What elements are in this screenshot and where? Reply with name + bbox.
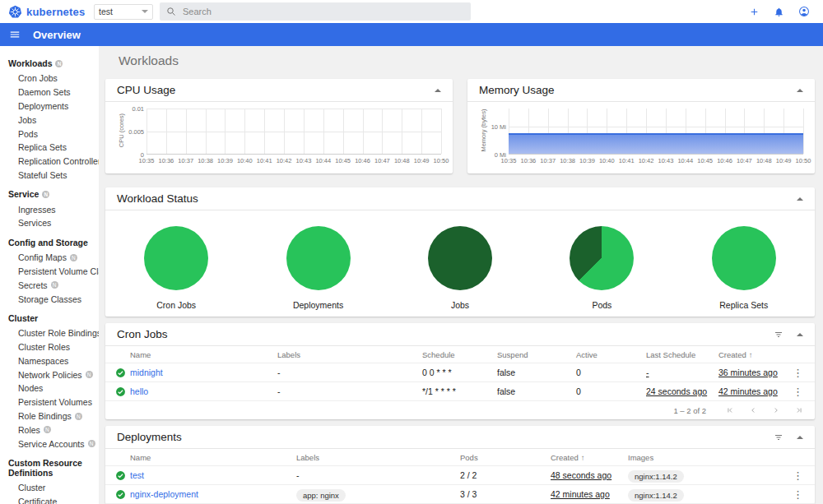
sidebar-item-secrets[interactable]: SecretsN bbox=[0, 278, 99, 292]
plot-area bbox=[146, 109, 441, 155]
account-button[interactable] bbox=[797, 4, 811, 19]
last-page-button[interactable] bbox=[795, 406, 803, 414]
deployments-title: Deployments bbox=[117, 431, 182, 443]
sidebar-item-nodes[interactable]: Nodes bbox=[0, 381, 99, 395]
sidebar-item-pods[interactable]: Pods bbox=[0, 127, 99, 141]
cron-jobs-collapse-button[interactable] bbox=[797, 333, 803, 336]
sidebar-item-deployments[interactable]: Deployments bbox=[0, 99, 99, 113]
sidebar-section-config-and-storage[interactable]: Config and Storage bbox=[0, 234, 99, 251]
col-header-schedule[interactable]: Schedule bbox=[422, 350, 497, 359]
created-cell: 48 seconds ago bbox=[551, 470, 628, 480]
cron-job-link[interactable]: midnight bbox=[130, 368, 277, 377]
row-menu-button[interactable]: ⋮ bbox=[791, 470, 805, 481]
row-menu-button[interactable]: ⋮ bbox=[791, 368, 805, 378]
deployment-row-nginx-deployment: nginx-deployment app: nginx 3 / 3 42 min… bbox=[105, 485, 815, 504]
col-header-created[interactable]: Created↑ bbox=[551, 453, 628, 462]
sidebar-item-persistent-volume-claims[interactable]: Persistent Volume ClaimsN bbox=[0, 265, 99, 279]
x-tick-label: 10:44 bbox=[677, 157, 693, 164]
deployment-link[interactable]: nginx-deployment bbox=[130, 489, 296, 499]
sidebar-item-namespaces[interactable]: Namespaces bbox=[0, 354, 99, 368]
sidebar-item-storage-classes[interactable]: Storage Classes bbox=[0, 292, 99, 306]
sidebar-item-jobs[interactable]: Jobs bbox=[0, 113, 99, 127]
page-title: Workloads bbox=[119, 53, 815, 68]
cron-job-link[interactable]: hello bbox=[130, 386, 277, 396]
kubernetes-wheel-icon bbox=[8, 5, 22, 19]
col-header-name[interactable]: Name bbox=[130, 350, 277, 359]
row-menu-button[interactable]: ⋮ bbox=[791, 489, 805, 500]
menu-button[interactable] bbox=[7, 27, 22, 42]
cpu-x-ticks: 10:3510:3610:3710:3810:3910:4010:4110:42… bbox=[146, 155, 441, 166]
sidebar-item-daemon-sets[interactable]: Daemon Sets bbox=[0, 86, 99, 99]
sidebar-section-custom-resource-definitions[interactable]: Custom Resource Definitions bbox=[0, 454, 99, 481]
namespace-value: test bbox=[99, 7, 113, 16]
col-header-name[interactable]: Name bbox=[130, 453, 296, 462]
sidebar-item-replication-controllers[interactable]: Replication Controllers bbox=[0, 155, 99, 169]
chevron-up-icon bbox=[797, 436, 803, 439]
deployments-collapse-button[interactable] bbox=[797, 436, 803, 439]
sidebar-item-persistent-volumes[interactable]: Persistent Volumes bbox=[0, 395, 99, 409]
x-tick-label: 10:48 bbox=[756, 157, 772, 164]
sidebar-item-cluster-roles[interactable]: Cluster Roles bbox=[0, 340, 99, 354]
sidebar-item-ingresses[interactable]: Ingresses bbox=[0, 202, 99, 216]
x-tick-label: 10:43 bbox=[296, 157, 312, 164]
namespaced-badge: N bbox=[88, 440, 95, 447]
sidebar-item-service-accounts[interactable]: Service AccountsN bbox=[0, 437, 99, 451]
sidebar-item-services[interactable]: Services bbox=[0, 216, 99, 230]
deployments-card: Deployments Name Labels Pods Created↑ Im… bbox=[105, 426, 815, 504]
col-header-labels[interactable]: Labels bbox=[296, 453, 460, 462]
x-tick-label: 10:45 bbox=[697, 157, 713, 164]
sidebar-item-config-maps[interactable]: Config MapsN bbox=[0, 251, 99, 265]
series-area-memory bbox=[509, 133, 803, 155]
sidebar-item-cluster-role-bindings[interactable]: Cluster Role Bindings bbox=[0, 326, 99, 340]
deployments-table-header: Name Labels Pods Created↑ Images bbox=[105, 449, 815, 466]
col-header-labels[interactable]: Labels bbox=[277, 350, 422, 359]
col-header-suspend[interactable]: Suspend bbox=[497, 350, 576, 359]
sidebar-item-certificate[interactable]: Certificate bbox=[0, 495, 99, 504]
sidebar-section-service[interactable]: ServiceN bbox=[0, 185, 99, 202]
search-box bbox=[160, 2, 471, 21]
sidebar-item-network-policies[interactable]: Network PoliciesN bbox=[0, 368, 99, 381]
memory-collapse-button[interactable] bbox=[797, 89, 803, 92]
sidebar-section-workloads[interactable]: WorkloadsN bbox=[0, 54, 99, 72]
pie-block-deployments: Deployments bbox=[286, 226, 351, 310]
chevron-up-icon bbox=[797, 197, 803, 201]
pie-label-cron-jobs: Cron Jobs bbox=[144, 300, 208, 310]
pie-chart-replica-sets bbox=[712, 226, 776, 290]
col-header-created[interactable]: Created↑ bbox=[718, 350, 788, 359]
sidebar-item-replica-sets[interactable]: Replica Sets bbox=[0, 141, 99, 155]
cron-jobs-card: Cron Jobs Name Labels Schedule Suspend A… bbox=[105, 323, 815, 419]
x-tick-label: 10:48 bbox=[394, 157, 410, 164]
sort-ascending-icon: ↑ bbox=[749, 350, 753, 359]
deployment-link[interactable]: test bbox=[130, 470, 296, 480]
gridline bbox=[509, 127, 803, 127]
kubernetes-logo[interactable]: kubernetes bbox=[8, 5, 92, 19]
plus-icon bbox=[749, 7, 760, 17]
sidebar-item-roles[interactable]: RolesN bbox=[0, 423, 99, 437]
namespaced-badge: N bbox=[75, 413, 82, 420]
cpu-collapse-button[interactable] bbox=[435, 89, 441, 92]
memory-usage-card: Memory Usage Memory (bytes) 10 Mi0 Mi 10… bbox=[467, 79, 815, 173]
col-header-images[interactable]: Images bbox=[628, 453, 788, 462]
workload-status-collapse-button[interactable] bbox=[797, 197, 803, 201]
sidebar-section-cluster[interactable]: Cluster bbox=[0, 309, 99, 326]
namespace-selector[interactable]: test bbox=[94, 4, 153, 20]
sidebar: WorkloadsNCron JobsDaemon SetsDeployment… bbox=[0, 46, 99, 504]
cron-jobs-filter-button[interactable] bbox=[774, 330, 783, 340]
sidebar-item-stateful-sets[interactable]: Stateful Sets bbox=[0, 168, 99, 182]
add-resource-button[interactable] bbox=[747, 5, 761, 19]
notifications-button[interactable] bbox=[772, 5, 786, 19]
first-page-button[interactable] bbox=[726, 406, 734, 414]
col-header-pods[interactable]: Pods bbox=[460, 453, 551, 462]
col-header-active[interactable]: Active bbox=[576, 350, 646, 359]
sidebar-item-role-bindings[interactable]: Role BindingsN bbox=[0, 409, 99, 423]
memory-card-title: Memory Usage bbox=[479, 84, 555, 96]
sidebar-item-cluster[interactable]: Cluster bbox=[0, 481, 99, 495]
sidebar-item-cron-jobs[interactable]: Cron Jobs bbox=[0, 72, 99, 86]
deployments-filter-button[interactable] bbox=[774, 432, 783, 442]
previous-page-button[interactable] bbox=[749, 406, 757, 414]
next-page-button[interactable] bbox=[772, 406, 780, 414]
pie-label-replica-sets: Replica Sets bbox=[712, 300, 776, 310]
col-header-last-schedule[interactable]: Last Schedule bbox=[646, 350, 718, 359]
search-input[interactable] bbox=[183, 7, 464, 16]
row-menu-button[interactable]: ⋮ bbox=[791, 386, 805, 397]
